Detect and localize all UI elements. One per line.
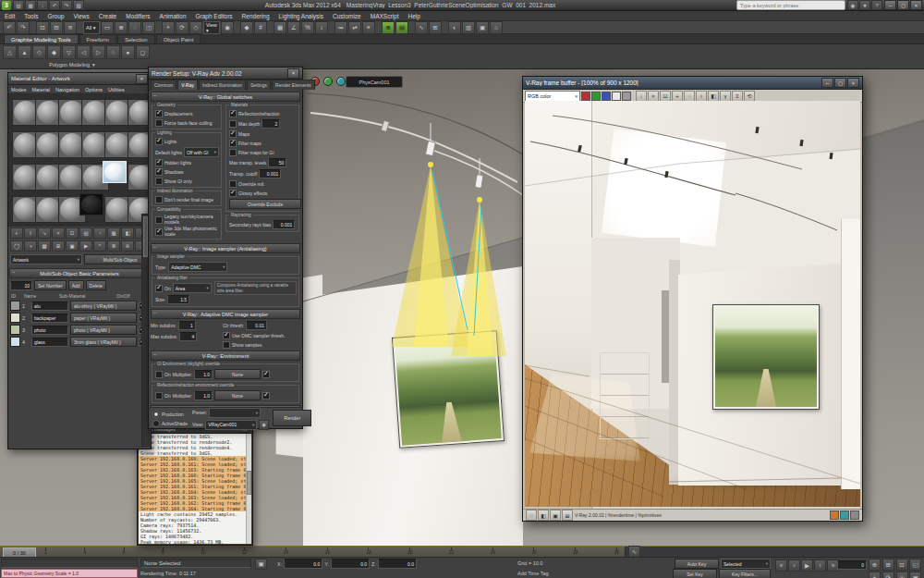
maps-checkbox[interactable]	[229, 130, 237, 138]
sub-material-name-field[interactable]: backpaper	[31, 314, 68, 323]
image-sampler-type-dropdown[interactable]: Adaptive DMC▾	[168, 262, 227, 272]
render-setup-titlebar[interactable]: Render Setup: V-Ray Adv 2.00.02×	[149, 68, 302, 80]
save-file-icon[interactable]: ↓	[37, 0, 48, 10]
select-and-link-icon[interactable]: ⊡	[36, 21, 49, 34]
vfb-aspect-icon[interactable]: ⊞	[562, 510, 573, 521]
pan-icon[interactable]: +	[869, 572, 881, 578]
glossy-effects-checkbox[interactable]	[229, 190, 237, 197]
help-icon[interactable]: ?	[871, 0, 882, 10]
sub-material-button[interactable]: alu-shiny ( VRayMtl )	[70, 301, 137, 311]
max-subdivs-field[interactable]: 4	[179, 332, 197, 341]
override-mtl-checkbox[interactable]	[229, 180, 237, 188]
ribbon-tool-border[interactable]: ◇	[32, 45, 46, 59]
material-sample-slot[interactable]	[79, 193, 103, 215]
vfb-teal-status-icon[interactable]	[840, 510, 849, 520]
assign-material-to-selection-icon[interactable]: ↘	[38, 228, 51, 239]
put-material-to-scene-icon[interactable]: ⇧	[24, 228, 37, 239]
menu-item[interactable]: Material	[30, 85, 54, 93]
zoom-icon[interactable]: ⊕	[869, 559, 881, 571]
scrollbar-thumb[interactable]	[247, 471, 251, 495]
material-editor-titlebar[interactable]: Material Editor - Artwork×	[8, 73, 151, 85]
vfb-orange-status-icon[interactable]	[830, 510, 839, 520]
menu-item[interactable]: Lighting Analysis	[274, 11, 328, 20]
orbit-icon[interactable]: ⟳	[882, 572, 894, 578]
material-map-navigator-icon[interactable]: ⊚	[121, 240, 134, 252]
x-coordinate-field[interactable]: 0.0	[284, 559, 322, 569]
render-production-icon[interactable]: ♨	[490, 21, 503, 34]
log-scrollbar[interactable]	[246, 434, 251, 544]
snaps-toggle-icon[interactable]: ▦	[274, 21, 286, 34]
select-object-icon[interactable]: ▭	[101, 21, 114, 34]
sub-material-row[interactable]: 1 alu alu-shiny ( VRayMtl )	[8, 300, 151, 312]
3dsmax-logo-icon[interactable]: 3	[2, 1, 11, 10]
edit-named-selection-sets-icon[interactable]: ≔	[334, 21, 347, 34]
undo-quick-icon[interactable]: ↶	[49, 0, 60, 10]
ribbon-tool-polygon[interactable]: ◆	[47, 45, 61, 59]
viewport-dot-green-icon[interactable]	[323, 77, 333, 86]
photometric-scale-checkbox[interactable]	[155, 228, 163, 236]
render-setup-tab[interactable]: V-Ray	[177, 80, 198, 90]
menu-item[interactable]: Edit	[0, 11, 19, 20]
menu-item[interactable]: Utilities	[105, 85, 128, 93]
activeshade-radio[interactable]	[152, 420, 160, 427]
pixel-info-icon[interactable]: i	[696, 91, 707, 102]
maxscript-mini-listener[interactable]	[1, 559, 138, 568]
ribbon-panel-label[interactable]: Polygon Modeling▾	[3, 62, 141, 68]
add-time-tag[interactable]: Add Time Tag	[517, 571, 549, 576]
track-mouse-icon[interactable]: +	[672, 91, 683, 102]
color-corrections-icon[interactable]: ◧	[708, 91, 719, 102]
gi-env-use-checkbox[interactable]	[262, 371, 270, 378]
vfb-clamp-icon[interactable]: ▣	[550, 510, 561, 521]
duplicate-to-host-icon[interactable]: ⊡	[660, 91, 671, 102]
ribbon-tool-preview[interactable]: ◻	[136, 45, 150, 59]
put-to-library-icon[interactable]: ▤	[79, 228, 92, 239]
ribbon-tab[interactable]: Selection	[117, 34, 155, 43]
add-button[interactable]: Add	[68, 280, 84, 290]
bind-to-space-warp-icon[interactable]: ≋	[64, 21, 77, 34]
default-lights-dropdown[interactable]: Off with GI▾	[184, 147, 219, 157]
render-setup-tab[interactable]: Settings	[247, 80, 271, 90]
ribbon-tab[interactable]: Graphite Modeling Tools	[4, 34, 79, 43]
close-icon[interactable]: ×	[136, 74, 148, 84]
legacy-models-checkbox[interactable]	[155, 216, 163, 224]
make-material-copy-icon[interactable]: ⊡	[66, 228, 79, 239]
reflection-refraction-checkbox[interactable]	[229, 110, 237, 117]
delete-button[interactable]: Delete	[86, 280, 106, 290]
refl-env-none-button[interactable]: None	[214, 390, 261, 400]
refl-env-mult-field[interactable]: 1.0	[194, 391, 213, 400]
curve-editor-icon[interactable]: ∿	[415, 21, 428, 34]
sub-material-button[interactable]: 3mm glass ( VRayMtl )	[70, 337, 137, 347]
unlink-selection-icon[interactable]: ⊟	[50, 21, 63, 34]
shadows-checkbox[interactable]	[155, 168, 163, 176]
zoom-extents-all-icon[interactable]: ◱	[909, 559, 921, 571]
max-depth-field[interactable]: 2	[261, 119, 280, 129]
previous-frame-icon[interactable]: ‹	[788, 560, 800, 572]
gi-env-mult-field[interactable]: 1.0	[194, 370, 213, 379]
select-by-name-icon[interactable]: ≣	[115, 21, 128, 34]
selection-region-icon[interactable]: ◌	[128, 21, 141, 34]
menu-item[interactable]: Customize	[328, 11, 366, 20]
go-to-start-icon[interactable]: «	[775, 560, 787, 572]
minimize-window-icon[interactable]: ─	[821, 78, 833, 88]
use-pivot-point-icon[interactable]: ◉	[221, 21, 234, 34]
filter-maps-gi-checkbox[interactable]	[229, 149, 237, 156]
render-setup-icon[interactable]: ▥	[462, 21, 475, 34]
max-transp-field[interactable]: 50	[268, 158, 286, 167]
clr-thresh-field[interactable]: 0.01	[246, 321, 267, 330]
set-number-button[interactable]: Set Number	[34, 280, 67, 290]
menu-item[interactable]: Modes	[8, 85, 30, 93]
restore-window-icon[interactable]: ▢	[834, 78, 846, 88]
menu-item[interactable]: Options	[82, 85, 105, 93]
menu-item[interactable]: Navigation	[53, 85, 82, 93]
graphite-ribbon-toggle-icon[interactable]: ▤	[395, 21, 408, 34]
minimize-window-icon[interactable]: ─	[884, 0, 896, 10]
project-folder-icon[interactable]: ▧	[73, 0, 84, 10]
show-end-result-icon[interactable]: ◧	[121, 228, 134, 239]
aa-on-checkbox[interactable]	[155, 285, 163, 292]
lights-checkbox[interactable]	[155, 138, 163, 145]
menu-item[interactable]: Modifiers	[121, 11, 154, 20]
key-filters-button[interactable]: Key Filters...	[719, 569, 771, 578]
options-icon[interactable]: *	[93, 240, 106, 252]
red-channel-icon[interactable]	[581, 92, 590, 101]
clear-image-icon[interactable]: ×	[648, 91, 659, 102]
